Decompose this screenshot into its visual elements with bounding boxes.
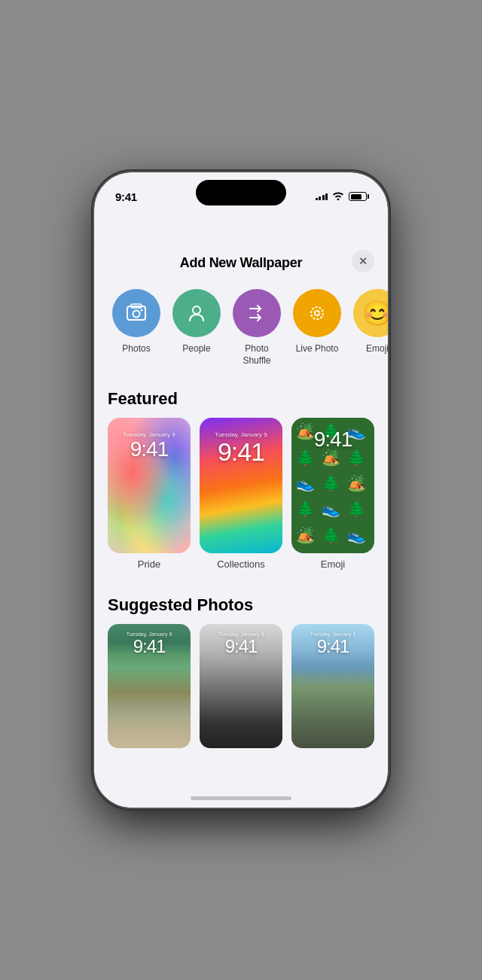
signal-bar-2: [319, 196, 321, 200]
nature1-time-overlay: Tuesday, January 9 9:41: [108, 632, 191, 656]
emoji-thumb: 🏕️🌲👟 🌲🏕️🌲 👟🌲🏕️ 🌲👟🌲 🏕️🌲👟 9:41: [291, 418, 374, 553]
nature3-bg: Tuesday, January 9 9:41: [291, 624, 374, 748]
sheet-title: Add New Wallpaper: [180, 255, 302, 271]
collections-time: 9:41: [218, 438, 264, 466]
signal-bar-4: [325, 193, 328, 200]
svg-point-3: [141, 309, 143, 312]
photos-icon-circle: [112, 289, 160, 337]
nature3-time-overlay: Tuesday, January 9 9:41: [291, 632, 374, 656]
nature1-thumb: Tuesday, January 9 9:41: [108, 624, 191, 748]
close-icon: ✕: [358, 256, 368, 266]
category-live[interactable]: Live Photo: [287, 289, 347, 367]
suggested-nature2[interactable]: Tuesday, January 9 9:41: [200, 624, 282, 748]
photos-label: Photos: [122, 343, 150, 355]
emoji-wall-label: Emoji: [321, 558, 346, 570]
emoji-wall-time: 9:41: [314, 428, 352, 452]
collections-label: Collections: [217, 558, 265, 570]
nature2-time-overlay: Tuesday, January 9 9:41: [200, 632, 282, 656]
battery-icon: [349, 192, 367, 201]
wallpaper-sheet: Add New Wallpaper ✕: [94, 240, 388, 808]
emoji-glyph: 😊: [362, 301, 388, 325]
nature2-date: Tuesday, January 9: [218, 632, 264, 637]
phone-screen: 9:41 Add New Wal: [94, 172, 388, 808]
pride-thumb: Tuesday, January 9 9:41: [108, 418, 191, 553]
phone-frame: 9:41 Add New Wal: [94, 172, 388, 808]
suggested-nature1[interactable]: Tuesday, January 9 9:41: [108, 624, 191, 748]
pride-date: Tuesday, January 9: [123, 431, 175, 438]
collections-date: Tuesday, January 9: [215, 431, 267, 438]
live-icon-circle: [293, 289, 341, 337]
pride-time-overlay: Tuesday, January 9 9:41: [108, 431, 191, 461]
collections-time-overlay: Tuesday, January 9 9:41: [200, 431, 282, 466]
svg-point-2: [133, 311, 140, 318]
collections-thumb: Tuesday, January 9 9:41: [200, 418, 282, 553]
wallpaper-collections[interactable]: Tuesday, January 9 9:41 Collections: [200, 418, 282, 570]
live-label: Live Photo: [296, 343, 339, 355]
nature1-time: 9:41: [133, 637, 166, 656]
nature2-time: 9:41: [225, 637, 258, 656]
pride-time: 9:41: [130, 438, 169, 461]
suggested-nature3[interactable]: Tuesday, January 9 9:41: [291, 624, 374, 748]
home-indicator: [191, 796, 291, 800]
pride-label: Pride: [138, 558, 160, 570]
nature2-bg: Tuesday, January 9 9:41: [200, 624, 282, 748]
wallpaper-pride[interactable]: Tuesday, January 9 9:41 Pride: [108, 418, 191, 570]
featured-row: Tuesday, January 9 9:41 Pride Tuesday, J…: [94, 418, 388, 585]
shuffle-icon-circle: [233, 289, 281, 337]
suggested-title: Suggested Photos: [94, 585, 388, 624]
dynamic-island: [196, 180, 286, 205]
svg-point-4: [193, 306, 200, 314]
categories-row: Photos People: [94, 282, 388, 379]
signal-bar-1: [316, 198, 318, 200]
emoji-wall-time-overlay: 9:41: [291, 428, 374, 452]
people-icon-circle: [172, 289, 221, 337]
wallpaper-emoji[interactable]: 🏕️🌲👟 🌲🏕️🌲 👟🌲🏕️ 🌲👟🌲 🏕️🌲👟 9:41: [291, 418, 374, 570]
signal-bar-3: [322, 195, 325, 200]
close-button[interactable]: ✕: [352, 250, 374, 272]
nature1-bg: Tuesday, January 9 9:41: [108, 624, 191, 748]
nature3-time: 9:41: [317, 637, 349, 656]
emoji-icon-circle: 😊: [353, 289, 388, 337]
battery-fill: [351, 194, 362, 199]
signal-bars-icon: [316, 193, 328, 200]
people-label: People: [182, 343, 210, 355]
category-photos[interactable]: Photos: [106, 289, 166, 367]
nature1-date: Tuesday, January 9: [127, 632, 172, 637]
category-emoji[interactable]: 😊 Emoji: [347, 289, 388, 367]
category-shuffle[interactable]: Photo Shuffle: [227, 289, 287, 367]
nature2-thumb: Tuesday, January 9 9:41: [200, 624, 282, 748]
shuffle-label: Photo Shuffle: [230, 343, 283, 367]
status-time: 9:41: [115, 190, 137, 203]
wifi-icon: [332, 190, 344, 202]
nature3-thumb: Tuesday, January 9 9:41: [291, 624, 374, 748]
category-people[interactable]: People: [166, 289, 227, 367]
suggested-row: Tuesday, January 9 9:41 Tuesday, January…: [94, 624, 388, 771]
status-icons: [316, 190, 368, 202]
featured-title: Featured: [94, 379, 388, 418]
sheet-header: Add New Wallpaper ✕: [94, 240, 388, 282]
nature3-date: Tuesday, January 9: [310, 632, 356, 637]
battery-nub: [368, 194, 370, 199]
emoji-label: Emoji: [366, 343, 388, 355]
